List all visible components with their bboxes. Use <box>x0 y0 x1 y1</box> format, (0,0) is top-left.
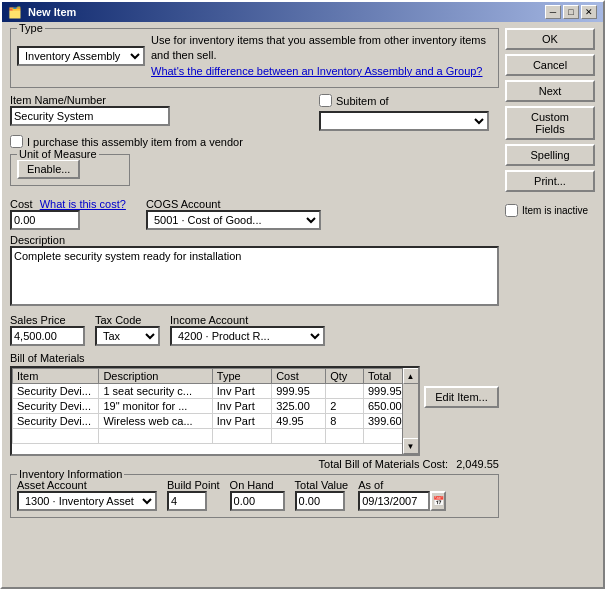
type-dropdown[interactable]: Inventory Assembly <box>17 46 145 66</box>
bom-table: Item Description Type Cost Qty Total <box>12 368 418 444</box>
main-content: Type Inventory Assembly Use for inventor… <box>2 22 603 524</box>
cost-section: Cost What is this cost? <box>10 198 126 230</box>
window-title: New Item <box>28 6 76 18</box>
edit-item-button[interactable]: Edit Item... <box>424 386 499 408</box>
enable-button[interactable]: Enable... <box>17 159 80 179</box>
inventory-section: Inventory Information Asset Account 1300… <box>10 474 499 518</box>
bom-desc-1: 1 seat security c... <box>99 384 212 399</box>
as-of-input[interactable] <box>358 491 430 511</box>
left-panel: Type Inventory Assembly Use for inventor… <box>10 28 499 518</box>
custom-fields-button[interactable]: Custom Fields <box>505 106 595 140</box>
income-account-dropdown[interactable]: 4200 · Product R... <box>170 326 325 346</box>
col-type: Type <box>212 369 271 384</box>
bom-type-3: Inv Part <box>212 414 271 429</box>
asset-account-dropdown[interactable]: 1300 · Inventory Asset <box>17 491 157 511</box>
bom-row-2[interactable]: Security Devi... 19" monitor for ... Inv… <box>13 399 418 414</box>
next-button[interactable]: Next <box>505 80 595 102</box>
build-point-label: Build Point <box>167 479 220 491</box>
cogs-section: COGS Account 5001 · Cost of Good... <box>146 198 499 230</box>
build-point-section: Build Point <box>167 479 220 511</box>
maximize-button[interactable]: □ <box>563 5 579 19</box>
asset-account-label: Asset Account <box>17 479 157 491</box>
title-bar-text: 🗂️ New Item <box>8 6 76 19</box>
as-of-input-row: 📅 <box>358 491 446 511</box>
bom-item-1: Security Devi... <box>13 384 99 399</box>
bom-cost-3: 49.95 <box>272 414 326 429</box>
type-label: Type <box>17 22 45 34</box>
total-value-input[interactable] <box>295 491 345 511</box>
bom-item-2: Security Devi... <box>13 399 99 414</box>
cost-cogs-row: Cost What is this cost? COGS Account 500… <box>10 198 499 230</box>
spelling-button[interactable]: Spelling <box>505 144 595 166</box>
title-bar: 🗂️ New Item ─ □ ✕ <box>2 2 603 22</box>
print-button[interactable]: Print... <box>505 170 595 192</box>
bom-qty-3: 8 <box>326 414 364 429</box>
description-label: Description <box>10 234 499 246</box>
subitem-dropdown[interactable] <box>319 111 489 131</box>
bom-total-label: Total Bill of Materials Cost: <box>319 458 449 470</box>
bom-desc-2: 19" monitor for ... <box>99 399 212 414</box>
item-name-left: Item Name/Number <box>10 94 311 126</box>
description-section: Description Complete security system rea… <box>10 234 499 308</box>
sales-price-input[interactable] <box>10 326 85 346</box>
item-name-section: Item Name/Number Subitem of <box>10 94 499 131</box>
bom-row-1[interactable]: Security Devi... 1 seat security c... In… <box>13 384 418 399</box>
cost-input[interactable] <box>10 210 80 230</box>
bom-label: Bill of Materials <box>10 352 499 364</box>
col-description: Description <box>99 369 212 384</box>
on-hand-input[interactable] <box>230 491 285 511</box>
edit-item-container: Edit Item... <box>424 366 499 456</box>
bom-qty-2: 2 <box>326 399 364 414</box>
window-icon: 🗂️ <box>8 6 22 19</box>
minimize-button[interactable]: ─ <box>545 5 561 19</box>
on-hand-section: On Hand <box>230 479 285 511</box>
col-item: Item <box>13 369 99 384</box>
calendar-button[interactable]: 📅 <box>430 491 446 511</box>
what-is-cost-link[interactable]: What is this cost? <box>40 198 126 210</box>
income-account-label: Income Account <box>170 314 325 326</box>
sales-price-label: Sales Price <box>10 314 85 326</box>
total-value-label: Total Value <box>295 479 349 491</box>
scroll-down-btn[interactable]: ▼ <box>403 438 419 454</box>
inactive-label: Item is inactive <box>522 205 588 216</box>
build-point-input[interactable] <box>167 491 207 511</box>
vendor-checkbox[interactable] <box>10 135 23 148</box>
uom-container: Unit of Measure Enable... <box>10 154 499 192</box>
type-info: Use for inventory items that you assembl… <box>151 33 492 79</box>
inactive-row: Item is inactive <box>505 204 595 217</box>
assembly-group-link[interactable]: What's the difference between an Invento… <box>151 65 482 77</box>
description-textarea[interactable]: Complete security system ready for insta… <box>10 246 499 306</box>
bom-empty-row[interactable] <box>13 429 418 444</box>
subitem-checkbox[interactable] <box>319 94 332 107</box>
main-window: 🗂️ New Item ─ □ ✕ Type Inventory Assembl… <box>0 0 605 589</box>
on-hand-label: On Hand <box>230 479 285 491</box>
type-description: Use for inventory items that you assembl… <box>151 34 486 61</box>
ok-button[interactable]: OK <box>505 28 595 50</box>
type-row: Inventory Assembly Use for inventory ite… <box>17 33 492 79</box>
col-qty: Qty <box>326 369 364 384</box>
income-account-section: Income Account 4200 · Product R... <box>170 314 325 346</box>
inactive-checkbox[interactable] <box>505 204 518 217</box>
col-cost: Cost <box>272 369 326 384</box>
tax-code-dropdown[interactable]: Tax <box>95 326 160 346</box>
bom-type-2: Inv Part <box>212 399 271 414</box>
title-bar-buttons: ─ □ ✕ <box>545 5 597 19</box>
bom-desc-3: Wireless web ca... <box>99 414 212 429</box>
bom-row-3[interactable]: Security Devi... Wireless web ca... Inv … <box>13 414 418 429</box>
close-button[interactable]: ✕ <box>581 5 597 19</box>
vendor-checkbox-row: I purchase this assembly item from a ven… <box>10 135 499 148</box>
right-panel: OK Cancel Next Custom Fields Spelling Pr… <box>505 28 595 518</box>
cogs-label: COGS Account <box>146 198 499 210</box>
bom-section: Bill of Materials Item Description Type … <box>10 352 499 470</box>
inactive-container: Item is inactive <box>505 200 595 217</box>
cancel-button[interactable]: Cancel <box>505 54 595 76</box>
bom-scrollbar[interactable]: ▲ ▼ <box>402 368 418 454</box>
bom-row: Item Description Type Cost Qty Total <box>10 366 499 456</box>
bom-cost-1: 999.95 <box>272 384 326 399</box>
item-name-input[interactable] <box>10 106 170 126</box>
item-name-label: Item Name/Number <box>10 94 311 106</box>
scroll-up-btn[interactable]: ▲ <box>403 368 419 384</box>
uom-section: Unit of Measure Enable... <box>10 154 130 186</box>
subitem-row: Subitem of <box>319 94 499 107</box>
cogs-dropdown[interactable]: 5001 · Cost of Good... <box>146 210 321 230</box>
